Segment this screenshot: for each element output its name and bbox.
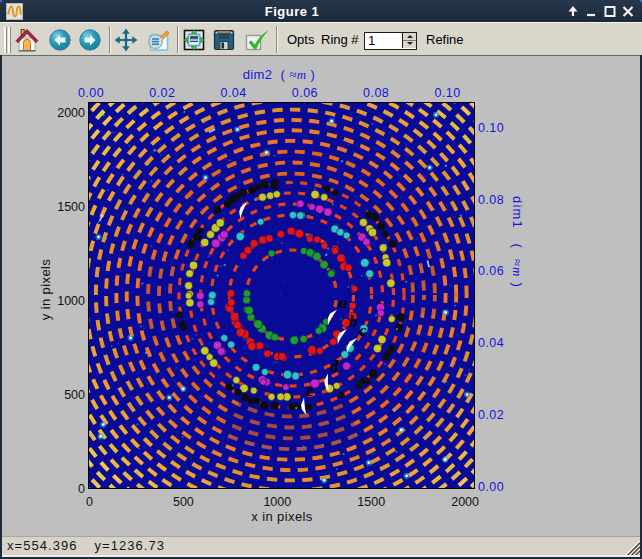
svg-text:b: b [349, 312, 358, 331]
svg-text:a: a [339, 293, 348, 312]
svg-text:c: c [359, 321, 367, 340]
svg-text:d: d [330, 357, 339, 376]
svg-text:e: e [306, 381, 314, 400]
